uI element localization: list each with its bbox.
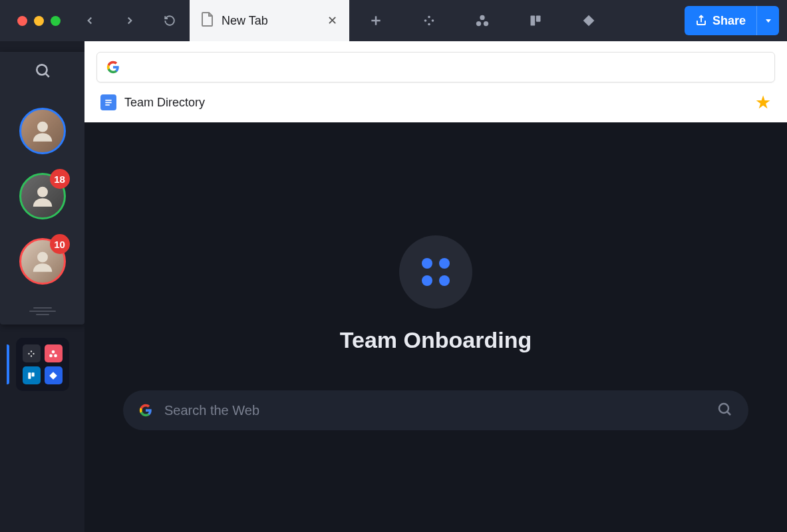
window-controls (8, 16, 70, 26)
share-button-main[interactable]: Share (685, 14, 756, 28)
svg-point-18 (37, 252, 48, 263)
sidebar-avatar-1[interactable] (19, 108, 66, 154)
dots-icon (422, 258, 450, 286)
svg-marker-28 (49, 372, 57, 380)
svg-line-15 (45, 73, 49, 76)
share-label: Share (712, 14, 746, 28)
search-icon[interactable] (716, 401, 732, 420)
nav-reload-button[interactable] (150, 0, 190, 41)
sidebar-search-button[interactable] (0, 52, 84, 89)
address-bar[interactable] (96, 52, 775, 82)
bookmark-star-icon[interactable]: ★ (755, 92, 771, 113)
svg-point-6 (480, 15, 484, 20)
asana-app-icon[interactable] (456, 0, 509, 41)
workspace-launcher: Team Onboarding (84, 122, 787, 532)
google-logo-icon (139, 404, 152, 417)
left-sidebar: 18 10 (0, 41, 84, 532)
svg-marker-13 (766, 19, 771, 23)
svg-rect-29 (105, 100, 111, 101)
sidebar-top-panel: 18 10 (0, 52, 84, 325)
svg-rect-30 (105, 102, 111, 103)
svg-marker-11 (583, 15, 595, 27)
svg-point-8 (484, 21, 488, 26)
tab-title: New Tab (222, 14, 268, 28)
slack-app-icon[interactable] (402, 0, 456, 41)
share-button[interactable]: Share (685, 6, 779, 35)
nav-forward-button[interactable] (110, 0, 150, 41)
window-close-button[interactable] (17, 16, 27, 26)
trello-app-icon[interactable] (509, 0, 562, 41)
bookmark-link[interactable]: Team Directory (124, 96, 205, 110)
web-search-bar[interactable] (123, 390, 748, 430)
svg-rect-9 (531, 16, 536, 26)
svg-rect-20 (31, 350, 32, 352)
workspace-title: Team Onboarding (340, 327, 532, 353)
bookmark-bar: Team Directory ★ (96, 82, 775, 122)
sidebar-collapse-handle[interactable] (29, 307, 56, 315)
google-logo-icon (106, 61, 120, 74)
svg-rect-5 (428, 23, 430, 26)
address-bookmark-area: Team Directory ★ (84, 41, 787, 122)
svg-point-14 (37, 65, 47, 74)
svg-rect-10 (536, 16, 541, 22)
window-minimize-button[interactable] (34, 16, 44, 26)
avatar-icon (19, 108, 66, 154)
tab-close-button[interactable]: ✕ (327, 13, 337, 28)
new-tab-button[interactable] (349, 0, 402, 41)
svg-rect-4 (432, 19, 434, 22)
google-doc-icon (100, 94, 116, 110)
svg-point-32 (719, 404, 728, 413)
notification-badge: 18 (50, 169, 70, 189)
svg-point-25 (54, 354, 57, 357)
svg-rect-27 (32, 372, 35, 376)
svg-point-17 (37, 187, 48, 198)
svg-rect-2 (424, 19, 427, 22)
svg-point-7 (476, 21, 481, 26)
notification-badge: 10 (50, 234, 70, 254)
svg-rect-22 (31, 355, 32, 356)
workspace-logo (399, 235, 472, 309)
window-maximize-button[interactable] (51, 16, 61, 26)
svg-rect-26 (28, 372, 31, 378)
mini-trello-icon (23, 366, 41, 384)
workspace-app-grid[interactable] (16, 338, 69, 391)
mini-jira-icon (45, 366, 63, 384)
web-search-input[interactable] (164, 403, 705, 418)
svg-point-23 (52, 350, 55, 353)
svg-rect-31 (105, 104, 109, 106)
svg-point-24 (49, 354, 53, 357)
sidebar-avatar-3[interactable]: 10 (19, 238, 66, 285)
svg-line-33 (727, 412, 730, 415)
jira-app-icon[interactable] (562, 0, 615, 41)
top-toolbar: New Tab ✕ Share (0, 0, 787, 41)
svg-rect-21 (33, 352, 34, 354)
sidebar-avatar-2[interactable]: 18 (19, 173, 66, 219)
svg-rect-3 (428, 16, 430, 19)
share-dropdown-button[interactable] (756, 6, 779, 35)
mini-slack-icon (23, 344, 41, 362)
nav-back-button[interactable] (70, 0, 110, 41)
svg-point-16 (37, 122, 48, 132)
content-area: Team Directory ★ Team Onboarding (84, 41, 787, 532)
mini-asana-icon (45, 344, 63, 362)
svg-rect-19 (28, 352, 29, 354)
browser-tab[interactable]: New Tab ✕ (190, 0, 349, 41)
file-icon (202, 12, 214, 30)
